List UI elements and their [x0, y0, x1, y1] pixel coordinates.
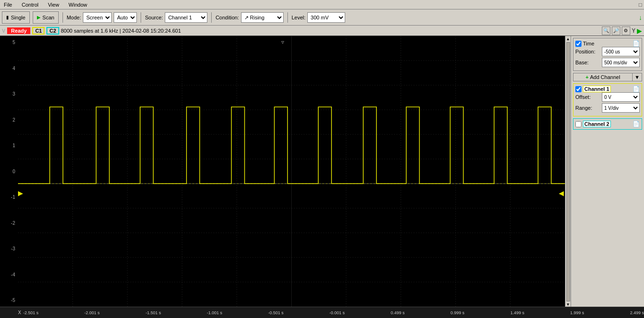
- main-area: 5 4 3 2 1 0 -1 -2 -3 -4 -5 ▿ ▶ ◀: [0, 36, 644, 307]
- trigger-right-marker: ◀: [559, 189, 564, 197]
- time-label: Time: [583, 41, 594, 46]
- scroll-up-arrow[interactable]: ▲: [566, 37, 570, 41]
- x-label-7: 0.999 s: [450, 310, 465, 315]
- x-label-8: 1.499 s: [510, 310, 525, 315]
- toolbar: ▮ Single ▶ Scan Mode: Screen Auto Source…: [0, 9, 644, 26]
- condition-group: Condition: ↗ Rising: [215, 12, 284, 23]
- y-label-1: 1: [1, 143, 17, 148]
- range-select[interactable]: 1 V/div: [602, 103, 640, 113]
- status-info-text: 8000 samples at 1.6 kHz | 2024-02-08 15:…: [61, 28, 181, 34]
- single-label: Single: [11, 15, 26, 20]
- toolbar-sep4: [287, 12, 288, 23]
- scroll-thumb[interactable]: [566, 42, 570, 301]
- trigger-active-icon: ▶: [637, 27, 642, 35]
- offset-row: Offset: 0 V: [575, 92, 640, 102]
- toolbar-sep3: [211, 12, 212, 23]
- channel1-header: Channel 1 📄: [575, 86, 640, 92]
- mode-group: Mode: Screen Auto: [67, 12, 137, 23]
- time-header-row: Time 📄: [575, 40, 640, 47]
- x-label-1: -2.001 s: [84, 310, 100, 315]
- range-row: Range: 1 V/div: [575, 103, 640, 113]
- y-label-n5: -5: [1, 298, 17, 303]
- x-label-10: 2.499 s: [630, 310, 644, 315]
- range-label: Range:: [575, 105, 592, 111]
- menu-view[interactable]: View: [46, 1, 61, 8]
- add-channel-row: + Add Channel ▼: [573, 73, 642, 81]
- scroll-down-arrow[interactable]: ▼: [566, 302, 570, 307]
- window-controls: □: [639, 1, 642, 8]
- offset-label: Offset:: [575, 94, 590, 100]
- scan-play-icon: ▶: [37, 15, 41, 20]
- x-axis-bar: X -2.501 s -2.001 s -1.501 s -1.001 s -0…: [0, 307, 644, 318]
- time-checkbox[interactable]: [575, 41, 581, 47]
- single-button[interactable]: ▮ Single: [2, 11, 30, 24]
- level-label: Level:: [292, 15, 305, 20]
- waveform-canvas: [18, 36, 565, 307]
- scan-button[interactable]: ▶ Scan: [33, 11, 59, 24]
- y-label-n1: -1: [1, 194, 17, 200]
- menu-bar: File Control View Window □: [0, 0, 644, 9]
- add-channel-label: Add Channel: [590, 74, 620, 80]
- x-axis-icon: X: [18, 310, 21, 315]
- channel2-section: Channel 2 📄: [573, 118, 642, 130]
- c2-badge: C2: [46, 27, 59, 35]
- time-gear-button[interactable]: 📄: [633, 40, 640, 47]
- y-label-0: 0: [1, 169, 17, 174]
- zoom-out-icon[interactable]: 🔎: [612, 26, 620, 35]
- c1-badge: C1: [32, 27, 45, 35]
- position-row: Position: -500 us: [575, 47, 640, 56]
- trigger-left-marker: ▶: [18, 189, 23, 197]
- y-axis-icon: Y: [632, 27, 635, 34]
- condition-select[interactable]: ↗ Rising: [241, 12, 284, 23]
- right-panel: Time 📄 Position: -500 us Base: 500 ms/di…: [571, 36, 644, 307]
- trigger-arrow-indicator: ↓: [639, 14, 642, 21]
- x-label-6: 0.499 s: [391, 310, 405, 315]
- base-select[interactable]: 500 ms/div: [602, 58, 640, 67]
- position-select[interactable]: -500 us: [602, 47, 640, 56]
- channel2-checkbox[interactable]: [575, 121, 581, 127]
- level-group: Level: 300 mV: [292, 12, 345, 23]
- settings-icon[interactable]: ⚙: [622, 26, 630, 35]
- scan-label: Scan: [43, 15, 54, 20]
- y-label-2: 2: [1, 117, 17, 123]
- base-row: Base: 500 ms/div: [575, 58, 640, 67]
- y-axis: 5 4 3 2 1 0 -1 -2 -3 -4 -5: [0, 36, 18, 307]
- status-bar: V Ready C1 C2 8000 samples at 1.6 kHz | …: [0, 26, 644, 36]
- mode-label: Mode:: [67, 15, 81, 20]
- auto-select[interactable]: Auto: [114, 12, 137, 23]
- channel1-checkbox[interactable]: [575, 86, 581, 92]
- channel1-section: Channel 1 📄 Offset: 0 V Range: 1 V/div: [573, 83, 642, 116]
- channel2-gear-button[interactable]: 📄: [633, 121, 640, 127]
- channel2-label: Channel 2: [583, 121, 611, 127]
- base-label: Base:: [575, 60, 589, 65]
- menu-window[interactable]: Window: [67, 1, 89, 8]
- channel1-gear-button[interactable]: 📄: [633, 86, 640, 92]
- x-label-2: -1.501 s: [145, 310, 161, 315]
- menu-control[interactable]: Control: [20, 1, 40, 8]
- offset-select[interactable]: 0 V: [602, 92, 640, 102]
- source-select[interactable]: Channel 1: [165, 12, 207, 23]
- mode-select[interactable]: Screen: [83, 12, 112, 23]
- add-channel-button[interactable]: + Add Channel: [573, 73, 633, 81]
- add-channel-dropdown-button[interactable]: ▼: [633, 73, 642, 81]
- level-select[interactable]: 300 mV: [307, 12, 345, 23]
- zoom-in-icon[interactable]: 🔍: [602, 26, 610, 35]
- x-label-4: -0.501 s: [268, 310, 284, 315]
- plus-icon: +: [586, 74, 589, 80]
- ready-badge: Ready: [7, 27, 30, 34]
- status-icon-group: 🔍 🔎 ⚙ Y ▶: [602, 26, 642, 35]
- x-label-9: 1.999 s: [570, 310, 584, 315]
- x-label-3: -1.001 s: [207, 310, 223, 315]
- v-label: V: [2, 28, 5, 34]
- y-label-4: 4: [1, 66, 17, 71]
- menu-file[interactable]: File: [2, 1, 14, 8]
- source-label: Source:: [145, 15, 163, 20]
- trigger-top-marker: ▿: [281, 39, 284, 45]
- right-scrollbar[interactable]: ▲ ▼: [565, 36, 571, 307]
- channel1-label: Channel 1: [583, 86, 611, 92]
- y-label-n3: -3: [1, 246, 17, 251]
- scope-area: 5 4 3 2 1 0 -1 -2 -3 -4 -5 ▿ ▶ ◀: [0, 36, 565, 307]
- condition-label: Condition:: [215, 15, 239, 20]
- x-label-5: -0.001 s: [330, 310, 345, 315]
- y-label-n2: -2: [1, 221, 17, 226]
